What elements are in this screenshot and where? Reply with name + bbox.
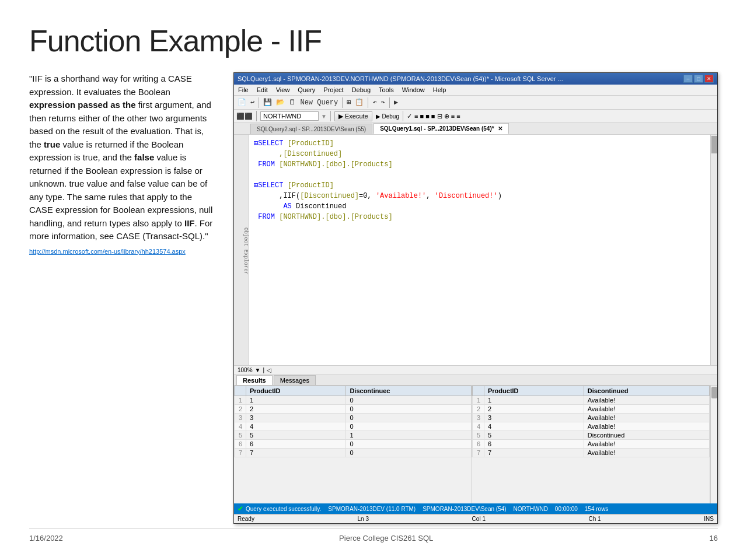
toolbar-check-icon[interactable]: ✓ [407, 113, 412, 120]
col-productid2: ProductID [484, 386, 584, 396]
ready-status: Ready [238, 516, 254, 522]
iif-bold: IIF [184, 218, 195, 228]
url-link[interactable]: http://msdn.microsoft.com/en-us/library/… [29, 247, 216, 257]
database-selector[interactable] [260, 111, 319, 121]
toolbar-icon-redo[interactable]: ↷ [380, 97, 386, 107]
row-num: 2 [235, 405, 246, 414]
table-row: 77Available! [473, 449, 710, 457]
table-row: 110 [235, 396, 472, 405]
window-status-bar: Ready Ln 3 Col 1 Ch 1 INS [234, 514, 717, 523]
table-row: 770 [235, 449, 472, 457]
toolbar-icon-paste[interactable]: 📋 [354, 97, 365, 107]
footer: 1/16/2022 Pierce College CIS261 SQL 16 [29, 528, 718, 542]
cell-pid2: 5 [484, 431, 584, 440]
results-scrollbar[interactable] [710, 386, 717, 503]
toolbar-icon-copy[interactable]: ⊞ [345, 97, 352, 107]
toolbar-icon-save[interactable]: 💾 [262, 97, 273, 107]
maximize-button[interactable]: □ [694, 75, 703, 83]
slide: Function Example - IIF "IIF is a shortha… [0, 0, 747, 560]
screenshot-column: SQLQuery1.sql - SPMORAN-2013DEV.NORTHWND… [233, 72, 718, 524]
query-editor[interactable]: ⊞SELECT [ProductID] ,[Discontinued] FROM… [249, 135, 710, 365]
status-divider: | [263, 367, 264, 373]
row-num: 3 [473, 414, 484, 422]
db-sep3 [403, 111, 403, 121]
execute-button[interactable]: ▶ Execute [334, 111, 372, 121]
menu-project[interactable]: Project [322, 86, 345, 94]
sql-line-5: ,IIF([Discontinued]=0, 'Available!', 'Di… [254, 191, 706, 201]
minimize-button[interactable]: – [683, 75, 693, 83]
tab-query2[interactable]: SQLQuery2.sql - SP...2013DEV\Sean (55) [250, 124, 372, 134]
table-row: 330 [235, 414, 472, 422]
menu-help[interactable]: Help [431, 86, 448, 94]
table-row: 220 [235, 405, 472, 414]
results-scroll-thumb [711, 387, 717, 398]
toolbar-icon-undo[interactable]: ↶ [371, 97, 378, 107]
cell-val2: Discontinued [584, 431, 709, 440]
toolbar-sep-3 [368, 97, 368, 108]
rows-info: 154 rows [585, 506, 609, 512]
menu-file[interactable]: File [236, 86, 250, 94]
time-info: 00:00:00 [555, 506, 578, 512]
db-sep [256, 111, 257, 121]
check-icon: ✔ [238, 505, 243, 513]
table-row: 33Available! [473, 414, 710, 422]
table-row: 66Available! [473, 440, 710, 449]
server-info: SPMORAN-2013DEV (11.0 RTM) [328, 506, 416, 512]
close-button[interactable]: ✕ [704, 75, 714, 83]
results-tab-messages[interactable]: Messages [274, 375, 316, 385]
menu-edit[interactable]: Edit [255, 86, 270, 94]
sql-server-window: SQLQuery1.sql - SPMORAN-2013DEV.NORTHWND… [233, 72, 718, 524]
editor-scrollbar[interactable] [710, 135, 717, 365]
cursor-ch: Ch 1 [589, 516, 601, 522]
text-column: "IIF is a shorthand way for writing a CA… [29, 72, 216, 524]
cell-pid2: 1 [484, 396, 584, 405]
menu-tools[interactable]: Tools [377, 86, 396, 94]
obj-explorer-label: Object Explorer [243, 228, 249, 275]
menu-window[interactable]: Window [400, 86, 427, 94]
results-tab-results[interactable]: Results [236, 375, 273, 385]
toolbar-new-query[interactable]: 🗒 New Query [288, 97, 339, 107]
cell-val2: Available! [584, 449, 709, 457]
footer-date: 1/16/2022 [29, 534, 63, 542]
row-num: 7 [235, 449, 246, 457]
window-title: SQLQuery1.sql - SPMORAN-2013DEV.NORTHWND… [238, 75, 679, 82]
db-dropdown-arrow[interactable]: ▼ [321, 113, 327, 120]
tab-close-icon[interactable]: ✕ [498, 125, 502, 132]
result-table-2: ProductID Discontinued 11Available! 22Av… [472, 386, 710, 457]
table-row: 440 [235, 422, 472, 431]
true-bold: true [44, 139, 60, 149]
cell-pid: 3 [246, 414, 346, 422]
row-num: 5 [473, 431, 484, 440]
menu-debug[interactable]: Debug [350, 86, 372, 94]
row-num: 6 [235, 440, 246, 449]
cursor-ln: Ln 3 [358, 516, 369, 522]
toolbar-icon-open[interactable]: 📂 [275, 97, 286, 107]
db-sep2 [330, 111, 331, 121]
zoom-icon[interactable]: ▼ [255, 367, 261, 373]
expression-passed: expression passed as the [29, 100, 136, 110]
cell-disc: 0 [346, 422, 472, 431]
editor-status: 100% ▼ | ◁ [234, 365, 717, 374]
cell-val2: Available! [584, 414, 709, 422]
table-row: 55Discontinued [473, 431, 710, 440]
cell-val2: Available! [584, 440, 709, 449]
menu-view[interactable]: View [274, 86, 292, 94]
toolbar-icon-2[interactable]: ↩ [249, 97, 256, 107]
db-name-info: NORTHWND [514, 506, 548, 512]
cell-pid: 4 [246, 422, 346, 431]
debug-label[interactable]: ▶ Debug [376, 113, 399, 120]
tab-bar: SQLQuery2.sql - SP...2013DEV\Sean (55) S… [234, 123, 717, 135]
cell-disc: 0 [346, 440, 472, 449]
tab-query1[interactable]: SQLQuery1.sql - SP...2013DEV\Sean (54)* … [374, 123, 509, 134]
cell-pid: 2 [246, 405, 346, 414]
col-productid1: ProductID [246, 386, 346, 396]
cell-val2: Available! [584, 405, 709, 414]
col-rn2 [473, 386, 484, 396]
cell-pid2: 6 [484, 440, 584, 449]
sql-line-4: ⊞SELECT [ProductID] [254, 180, 706, 191]
toolbar-icon-1[interactable]: 📄 [236, 97, 247, 107]
toolbar-icon-more[interactable]: ▶ [393, 97, 399, 107]
cell-pid2: 2 [484, 405, 584, 414]
tab-query1-label: SQLQuery1.sql - SP...2013DEV\Sean (54)* [380, 125, 494, 132]
menu-query[interactable]: Query [296, 86, 317, 94]
